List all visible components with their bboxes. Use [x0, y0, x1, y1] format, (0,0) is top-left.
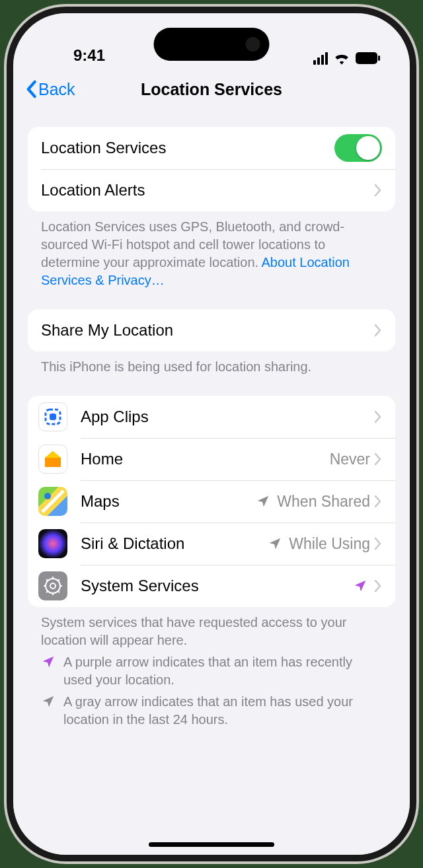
group2-footer: This iPhone is being used for location s… — [28, 351, 395, 376]
legend-text: A gray arrow indicates that an item has … — [63, 693, 382, 729]
chevron-right-icon — [374, 537, 382, 550]
chevron-right-icon — [374, 184, 382, 197]
group-share-location: Share My Location — [28, 309, 395, 351]
svg-rect-3 — [50, 414, 56, 420]
app-name: System Services — [81, 577, 353, 595]
legend-text: A purple arrow indicates that an item ha… — [63, 653, 382, 689]
app-value: While Using — [289, 535, 370, 553]
svg-line-14 — [58, 579, 59, 581]
dynamic-island — [154, 28, 270, 61]
location-arrow-icon — [41, 655, 56, 689]
chevron-left-icon — [25, 80, 37, 98]
gear-icon — [38, 571, 67, 600]
row-label: Location Alerts — [41, 181, 374, 199]
back-label: Back — [38, 80, 75, 99]
legend-gray: A gray arrow indicates that an item has … — [28, 689, 395, 729]
chevron-right-icon — [374, 452, 382, 466]
row-system-services[interactable]: System Services — [28, 565, 395, 607]
app-name: Home — [81, 450, 330, 468]
app-value: Never — [330, 451, 370, 468]
row-app-clips[interactable]: App Clips — [28, 396, 395, 438]
group1-footer: Location Services uses GPS, Bluetooth, a… — [28, 211, 395, 289]
row-label: Share My Location — [41, 321, 374, 340]
svg-line-12 — [58, 591, 59, 593]
status-time: 9:41 — [42, 46, 128, 65]
location-arrow-icon — [41, 694, 56, 729]
app-clips-icon — [38, 402, 67, 431]
chevron-right-icon — [374, 495, 382, 508]
row-home[interactable]: Home Never — [28, 438, 395, 480]
location-arrow-icon — [256, 494, 270, 509]
content-scroll[interactable]: Location Services Location Alerts Locati… — [13, 108, 410, 855]
wifi-icon — [333, 52, 350, 65]
svg-line-13 — [46, 591, 48, 593]
status-icons — [313, 52, 381, 65]
svg-rect-0 — [356, 52, 377, 64]
chevron-right-icon — [374, 579, 382, 593]
battery-icon — [356, 52, 381, 64]
svg-rect-1 — [378, 55, 380, 61]
apps-footer: System services that have requested acce… — [28, 607, 395, 649]
row-location-services[interactable]: Location Services — [28, 127, 395, 169]
home-icon — [38, 445, 67, 474]
chevron-right-icon — [374, 410, 382, 423]
siri-icon — [38, 529, 67, 558]
group-apps: App Clips Home Never Maps — [28, 396, 395, 607]
row-siri-dictation[interactable]: Siri & Dictation While Using — [28, 523, 395, 565]
app-value: When Shared — [277, 493, 370, 511]
location-arrow-icon — [268, 536, 282, 551]
back-button[interactable]: Back — [25, 80, 75, 99]
svg-point-6 — [50, 583, 56, 589]
nav-bar: Back Location Services — [13, 70, 410, 108]
row-location-alerts[interactable]: Location Alerts — [28, 169, 395, 211]
row-label: Location Services — [41, 139, 334, 157]
location-arrow-icon — [353, 579, 367, 593]
row-share-my-location[interactable]: Share My Location — [28, 309, 395, 351]
maps-icon — [38, 487, 67, 516]
phone-frame: 9:41 Back Location Services L — [7, 7, 416, 861]
app-name: Maps — [81, 492, 256, 511]
app-name: App Clips — [81, 408, 374, 426]
cellular-icon — [313, 52, 328, 65]
legend-purple: A purple arrow indicates that an item ha… — [28, 649, 395, 689]
screen: 9:41 Back Location Services L — [13, 13, 410, 855]
row-maps[interactable]: Maps When Shared — [28, 480, 395, 523]
home-indicator[interactable] — [149, 842, 274, 847]
svg-point-4 — [44, 493, 51, 499]
location-services-toggle[interactable] — [334, 134, 382, 162]
svg-line-11 — [46, 579, 48, 581]
chevron-right-icon — [374, 324, 382, 337]
app-name: Siri & Dictation — [81, 534, 268, 553]
group-location-main: Location Services Location Alerts — [28, 127, 395, 211]
